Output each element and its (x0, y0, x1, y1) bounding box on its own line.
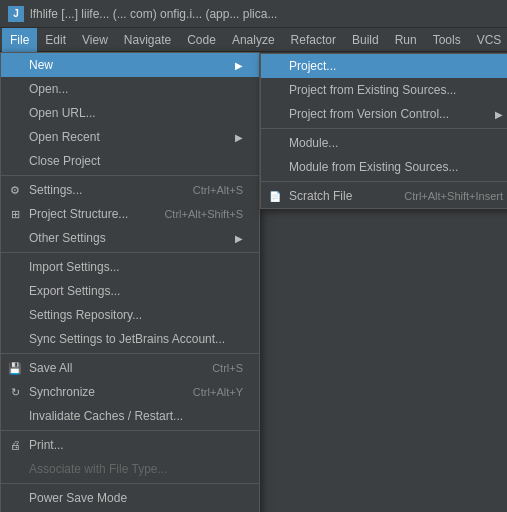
menu-item-print[interactable]: 🖨 Print... (1, 433, 259, 457)
menubar-item-vcs[interactable]: VCS (469, 28, 507, 52)
menu-item-sync-jetbrains-label: Sync Settings to JetBrains Account... (29, 332, 243, 346)
submenu-item-project-existing[interactable]: Project from Existing Sources... (261, 78, 507, 102)
submenu-item-project[interactable]: Project... (261, 54, 507, 78)
arrow-icon: ▶ (235, 132, 243, 143)
menu-item-open-recent-label: Open Recent (29, 130, 227, 144)
submenu-separator-1 (261, 128, 507, 129)
menu-item-export-settings-label: Export Settings... (29, 284, 243, 298)
menu-item-open-url[interactable]: Open URL... (1, 101, 259, 125)
settings-icon: ⚙ (7, 182, 23, 198)
submenu-item-project-existing-label: Project from Existing Sources... (289, 83, 503, 97)
menu-item-import-settings[interactable]: Import Settings... (1, 255, 259, 279)
titlebar: J lfhlife [...] liife... (... com) onfig… (0, 0, 507, 28)
menu-item-project-structure[interactable]: ⊞ Project Structure... Ctrl+Alt+Shift+S (1, 202, 259, 226)
arrow-icon: ▶ (235, 60, 243, 71)
menubar-item-edit[interactable]: Edit (37, 28, 74, 52)
app-icon-label: J (13, 8, 19, 19)
new-submenu: Project... Project from Existing Sources… (260, 53, 507, 209)
menu-item-power-save-label: Power Save Mode (29, 491, 243, 505)
menu-item-invalidate-caches[interactable]: Invalidate Caches / Restart... (1, 404, 259, 428)
submenu-item-module-existing-label: Module from Existing Sources... (289, 160, 503, 174)
menubar-item-code[interactable]: Code (179, 28, 224, 52)
arrow-icon: ▶ (495, 109, 503, 120)
menu-item-open[interactable]: Open... (1, 77, 259, 101)
menu-item-settings-repo-label: Settings Repository... (29, 308, 243, 322)
save-icon: 💾 (7, 360, 23, 376)
menu-item-save-all-label: Save All (29, 361, 192, 375)
menubar-item-view[interactable]: View (74, 28, 116, 52)
menu-item-other-settings[interactable]: Other Settings ▶ (1, 226, 259, 250)
submenu-item-module[interactable]: Module... (261, 131, 507, 155)
menubar-item-tools[interactable]: Tools (425, 28, 469, 52)
menubar-item-refactor[interactable]: Refactor (283, 28, 344, 52)
menu-item-associate-label: Associate with File Type... (29, 462, 243, 476)
separator-1 (1, 175, 259, 176)
menu-item-close-project[interactable]: Close Project (1, 149, 259, 173)
menu-item-new[interactable]: New ▶ (1, 53, 259, 77)
submenu-item-scratch-label: Scratch File (289, 189, 384, 203)
settings-shortcut: Ctrl+Alt+S (193, 184, 243, 196)
menu-item-project-structure-label: Project Structure... (29, 207, 144, 221)
submenu-item-project-vcs[interactable]: Project from Version Control... ▶ (261, 102, 507, 126)
menu-item-close-project-label: Close Project (29, 154, 243, 168)
separator-2 (1, 252, 259, 253)
menu-item-synchronize[interactable]: ↻ Synchronize Ctrl+Alt+Y (1, 380, 259, 404)
submenu-item-module-label: Module... (289, 136, 503, 150)
scratch-shortcut: Ctrl+Alt+Shift+Insert (404, 190, 503, 202)
menu-item-sync-jetbrains[interactable]: Sync Settings to JetBrains Account... (1, 327, 259, 351)
menubar-item-file[interactable]: File (2, 28, 37, 52)
menu-item-other-settings-label: Other Settings (29, 231, 227, 245)
menu-item-settings-repo[interactable]: Settings Repository... (1, 303, 259, 327)
file-menu-dropdown: New ▶ Open... Open URL... Open Recent ▶ … (0, 52, 260, 512)
menu-item-settings-label: Settings... (29, 183, 173, 197)
menubar: File Edit View Navigate Code Analyze Ref… (0, 28, 507, 52)
menu-item-associate-file-type[interactable]: Associate with File Type... (1, 457, 259, 481)
separator-5 (1, 483, 259, 484)
menu-item-synchronize-label: Synchronize (29, 385, 173, 399)
save-all-shortcut: Ctrl+S (212, 362, 243, 374)
dropdown-container: New ▶ Open... Open URL... Open Recent ▶ … (0, 52, 260, 512)
separator-4 (1, 430, 259, 431)
arrow-icon: ▶ (235, 233, 243, 244)
menu-item-print-label: Print... (29, 438, 243, 452)
menu-item-invalidate-caches-label: Invalidate Caches / Restart... (29, 409, 243, 423)
menubar-item-build[interactable]: Build (344, 28, 387, 52)
submenu-separator-2 (261, 181, 507, 182)
app-icon: J (8, 6, 24, 22)
sync-icon: ↻ (7, 384, 23, 400)
submenu-item-module-existing[interactable]: Module from Existing Sources... (261, 155, 507, 179)
scratch-icon: 📄 (267, 188, 283, 204)
titlebar-title: lfhlife [...] liife... (... com) onfig.i… (30, 7, 277, 21)
menu-item-open-recent[interactable]: Open Recent ▶ (1, 125, 259, 149)
submenu-item-scratch[interactable]: 📄 Scratch File Ctrl+Alt+Shift+Insert (261, 184, 507, 208)
submenu-item-project-vcs-label: Project from Version Control... (289, 107, 487, 121)
menu-item-power-save[interactable]: Power Save Mode (1, 486, 259, 510)
menu-item-settings[interactable]: ⚙ Settings... Ctrl+Alt+S (1, 178, 259, 202)
menubar-item-navigate[interactable]: Navigate (116, 28, 179, 52)
menu-item-export-settings[interactable]: Export Settings... (1, 279, 259, 303)
submenu-item-project-label: Project... (289, 59, 503, 73)
menubar-item-run[interactable]: Run (387, 28, 425, 52)
print-icon: 🖨 (7, 437, 23, 453)
project-structure-icon: ⊞ (7, 206, 23, 222)
separator-3 (1, 353, 259, 354)
menu-item-open-url-label: Open URL... (29, 106, 243, 120)
menu-item-import-settings-label: Import Settings... (29, 260, 243, 274)
menu-item-open-label: Open... (29, 82, 243, 96)
menu-item-new-label: New (29, 58, 227, 72)
synchronize-shortcut: Ctrl+Alt+Y (193, 386, 243, 398)
menubar-item-analyze[interactable]: Analyze (224, 28, 283, 52)
project-structure-shortcut: Ctrl+Alt+Shift+S (164, 208, 243, 220)
menu-item-save-all[interactable]: 💾 Save All Ctrl+S (1, 356, 259, 380)
